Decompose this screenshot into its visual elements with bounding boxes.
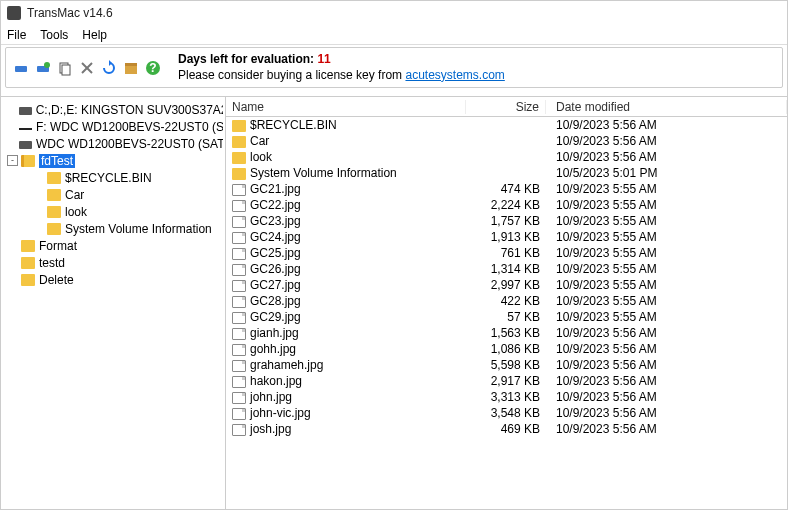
file-date: 10/9/2023 5:56 AM <box>546 406 787 420</box>
file-size: 1,314 KB <box>466 262 546 276</box>
evaluation-message: Days left for evaluation: 11 Please cons… <box>178 52 505 83</box>
tree-node[interactable]: $RECYCLE.BIN <box>3 169 223 186</box>
delete-icon[interactable] <box>78 59 96 77</box>
tree-panel[interactable]: C:,D:,E: KINGSTON SUV300S37A2400F: WDC W… <box>1 97 226 509</box>
menu-file[interactable]: File <box>7 28 26 42</box>
list-row[interactable]: $RECYCLE.BIN10/9/2023 5:56 AM <box>226 117 787 133</box>
file-date: 10/9/2023 5:56 AM <box>546 390 787 404</box>
drive-icon <box>19 141 32 149</box>
file-size: 2,997 KB <box>466 278 546 292</box>
tree-node[interactable]: System Volume Information <box>3 220 223 237</box>
help-icon[interactable]: ? <box>144 59 162 77</box>
file-date: 10/9/2023 5:55 AM <box>546 182 787 196</box>
list-row[interactable]: look10/9/2023 5:56 AM <box>226 149 787 165</box>
open-drive-icon[interactable] <box>12 59 30 77</box>
folder-icon <box>232 136 246 148</box>
list-row[interactable]: john.jpg3,313 KB10/9/2023 5:56 AM <box>226 389 787 405</box>
list-header: Name Size Date modified <box>226 97 787 117</box>
menubar: File Tools Help <box>1 25 787 45</box>
file-size: 1,086 KB <box>466 342 546 356</box>
file-icon <box>232 248 246 260</box>
file-date: 10/9/2023 5:55 AM <box>546 246 787 260</box>
file-icon <box>232 296 246 308</box>
file-date: 10/9/2023 5:55 AM <box>546 294 787 308</box>
file-size: 1,913 KB <box>466 230 546 244</box>
file-size: 469 KB <box>466 422 546 436</box>
package-icon[interactable] <box>122 59 140 77</box>
expand-icon[interactable]: - <box>7 155 18 166</box>
menu-help[interactable]: Help <box>82 28 107 42</box>
tree-node[interactable]: look <box>3 203 223 220</box>
file-name: grahameh.jpg <box>250 358 323 372</box>
file-icon <box>232 360 246 372</box>
list-row[interactable]: grahameh.jpg5,598 KB10/9/2023 5:56 AM <box>226 357 787 373</box>
list-row[interactable]: josh.jpg469 KB10/9/2023 5:56 AM <box>226 421 787 437</box>
tree-label: Format <box>39 239 77 253</box>
toolbar-panel: ? Days left for evaluation: 11 Please co… <box>5 47 783 88</box>
list-row[interactable]: GC24.jpg1,913 KB10/9/2023 5:55 AM <box>226 229 787 245</box>
copy-icon[interactable] <box>56 59 74 77</box>
list-panel: Name Size Date modified $RECYCLE.BIN10/9… <box>226 97 787 509</box>
folder-open-icon <box>21 155 35 167</box>
list-row[interactable]: gianh.jpg1,563 KB10/9/2023 5:56 AM <box>226 325 787 341</box>
file-icon <box>232 200 246 212</box>
file-date: 10/9/2023 5:56 AM <box>546 134 787 148</box>
tree-node[interactable]: Delete <box>3 271 223 288</box>
list-row[interactable]: GC21.jpg474 KB10/9/2023 5:55 AM <box>226 181 787 197</box>
dash-icon <box>19 128 32 130</box>
list-row[interactable]: hakon.jpg2,917 KB10/9/2023 5:56 AM <box>226 373 787 389</box>
tree-node[interactable]: Format <box>3 237 223 254</box>
tree-node[interactable]: WDC WD1200BEVS-22UST0 (SATA-D <box>3 135 223 152</box>
toolbar: ? Days left for evaluation: 11 Please co… <box>6 48 782 87</box>
list-row[interactable]: john-vic.jpg3,548 KB10/9/2023 5:56 AM <box>226 405 787 421</box>
list-row[interactable]: GC26.jpg1,314 KB10/9/2023 5:55 AM <box>226 261 787 277</box>
file-name: GC28.jpg <box>250 294 301 308</box>
tree-label: System Volume Information <box>65 222 212 236</box>
col-size[interactable]: Size <box>466 100 546 114</box>
svg-rect-0 <box>15 66 27 72</box>
svg-rect-4 <box>62 65 70 75</box>
svg-point-2 <box>44 62 50 68</box>
license-link[interactable]: acutesystems.com <box>405 68 504 82</box>
folder-icon <box>47 189 61 201</box>
file-size: 761 KB <box>466 246 546 260</box>
tree-node[interactable]: testd <box>3 254 223 271</box>
list-row[interactable]: Car10/9/2023 5:56 AM <box>226 133 787 149</box>
list-row[interactable]: GC28.jpg422 KB10/9/2023 5:55 AM <box>226 293 787 309</box>
tree-node[interactable]: -fdTest <box>3 152 223 169</box>
file-name: GC24.jpg <box>250 230 301 244</box>
menu-tools[interactable]: Tools <box>40 28 68 42</box>
file-size: 1,563 KB <box>466 326 546 340</box>
list-row[interactable]: GC27.jpg2,997 KB10/9/2023 5:55 AM <box>226 277 787 293</box>
tree-label: WDC WD1200BEVS-22UST0 (SATA-D <box>36 137 223 151</box>
list-row[interactable]: GC25.jpg761 KB10/9/2023 5:55 AM <box>226 245 787 261</box>
col-date[interactable]: Date modified <box>546 100 787 114</box>
folder-icon <box>47 206 61 218</box>
list-row[interactable]: System Volume Information10/5/2023 5:01 … <box>226 165 787 181</box>
open-archive-icon[interactable] <box>34 59 52 77</box>
list-rows[interactable]: $RECYCLE.BIN10/9/2023 5:56 AMCar10/9/202… <box>226 117 787 437</box>
file-date: 10/9/2023 5:56 AM <box>546 118 787 132</box>
file-date: 10/9/2023 5:55 AM <box>546 262 787 276</box>
tree-label: fdTest <box>39 154 75 168</box>
file-size: 5,598 KB <box>466 358 546 372</box>
file-name: System Volume Information <box>250 166 397 180</box>
file-icon <box>232 392 246 404</box>
list-row[interactable]: gohh.jpg1,086 KB10/9/2023 5:56 AM <box>226 341 787 357</box>
titlebar: TransMac v14.6 <box>1 1 787 25</box>
window-title: TransMac v14.6 <box>27 6 113 20</box>
col-name[interactable]: Name <box>226 100 466 114</box>
refresh-icon[interactable] <box>100 59 118 77</box>
list-row[interactable]: GC29.jpg57 KB10/9/2023 5:55 AM <box>226 309 787 325</box>
tree-node[interactable]: F: WDC WD1200BEVS-22UST0 (SATA <box>3 118 223 135</box>
folder-icon <box>232 120 246 132</box>
list-row[interactable]: GC23.jpg1,757 KB10/9/2023 5:55 AM <box>226 213 787 229</box>
list-row[interactable]: GC22.jpg2,224 KB10/9/2023 5:55 AM <box>226 197 787 213</box>
svg-rect-8 <box>125 65 137 74</box>
svg-text:?: ? <box>149 61 156 75</box>
file-date: 10/9/2023 5:56 AM <box>546 358 787 372</box>
tree-node[interactable]: Car <box>3 186 223 203</box>
file-name: GC29.jpg <box>250 310 301 324</box>
tree-node[interactable]: C:,D:,E: KINGSTON SUV300S37A2400 <box>3 101 223 118</box>
file-name: josh.jpg <box>250 422 291 436</box>
